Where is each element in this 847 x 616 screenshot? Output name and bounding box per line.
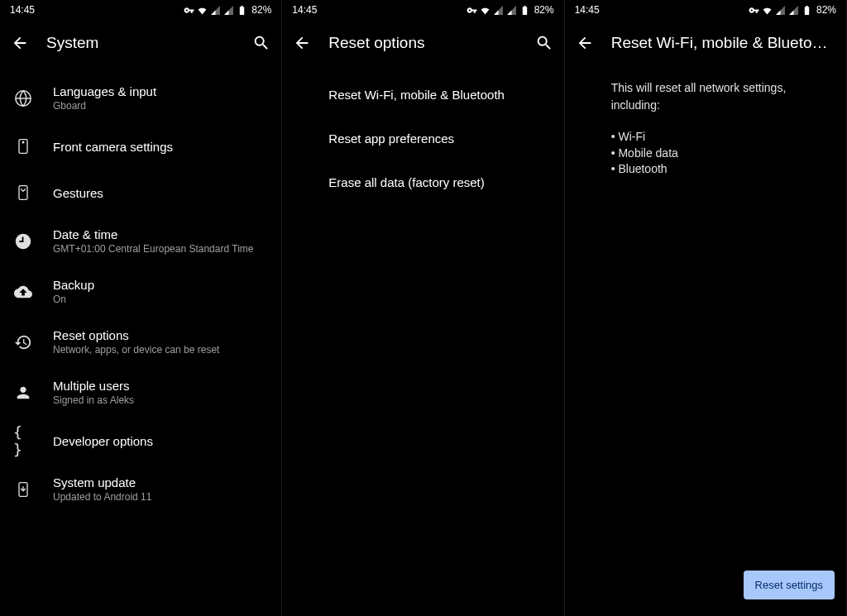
list-item-subtitle: Network, apps, or device can be reset bbox=[53, 344, 268, 356]
bullet-list: • Wi-Fi • Mobile data • Bluetooth bbox=[611, 129, 833, 178]
cloud-upload-icon bbox=[13, 282, 33, 302]
list-item-system-update[interactable]: System update Updated to Android 11 bbox=[0, 464, 281, 514]
restore-icon bbox=[13, 332, 33, 352]
list-item-reset-options[interactable]: Reset options Network, apps, or device c… bbox=[0, 317, 281, 367]
status-bar: 14:45 82% bbox=[0, 0, 281, 20]
signal1-icon bbox=[210, 5, 221, 16]
svg-point-3 bbox=[22, 141, 24, 143]
list-item-languages[interactable]: Languages & input Gboard bbox=[0, 73, 281, 123]
list-item-date-time[interactable]: Date & time GMT+01:00 Central European S… bbox=[0, 216, 281, 266]
globe-icon bbox=[13, 88, 33, 108]
back-button[interactable] bbox=[10, 33, 30, 53]
back-button[interactable] bbox=[292, 33, 312, 53]
list-item-title: Front camera settings bbox=[53, 140, 268, 154]
page-title: System bbox=[46, 34, 235, 52]
list-item-title: Multiple users bbox=[53, 379, 268, 393]
list-item-subtitle: Signed in as Aleks bbox=[53, 394, 268, 406]
list-item-subtitle: GMT+01:00 Central European Standard Time bbox=[53, 243, 268, 255]
reset-description: This will reset all network settings, in… bbox=[611, 79, 833, 114]
screen-reset-network: 14:45 82% Reset Wi-Fi, mobile & Blueto… … bbox=[565, 0, 847, 616]
status-bar: 14:45 82% bbox=[565, 0, 846, 20]
battery-icon bbox=[802, 5, 812, 16]
battery-icon bbox=[237, 5, 247, 16]
key-icon bbox=[467, 5, 477, 16]
signal2-icon bbox=[506, 5, 517, 16]
signal2-icon bbox=[788, 5, 799, 16]
list-item-subtitle: Gboard bbox=[53, 100, 268, 112]
list-item-title: Gestures bbox=[53, 186, 268, 200]
back-arrow-icon bbox=[293, 34, 311, 52]
wifi-icon bbox=[197, 5, 208, 16]
back-arrow-icon bbox=[11, 34, 29, 52]
bullet-item: • Wi-Fi bbox=[611, 129, 833, 146]
list-item-title: Reset options bbox=[53, 328, 268, 342]
list-item-title: Date & time bbox=[53, 227, 268, 241]
bullet-item: • Bluetooth bbox=[611, 161, 833, 178]
list-item-subtitle: On bbox=[53, 294, 268, 305]
wifi-icon bbox=[480, 5, 490, 16]
list-item-title: Developer options bbox=[53, 434, 268, 448]
system-update-icon bbox=[13, 480, 33, 499]
status-icons: 82% bbox=[749, 4, 836, 16]
battery-text: 82% bbox=[534, 4, 554, 16]
battery-icon bbox=[519, 5, 530, 16]
page-title: Reset Wi-Fi, mobile & Blueto… bbox=[611, 34, 836, 52]
app-bar: System bbox=[0, 20, 281, 66]
wifi-icon bbox=[762, 5, 773, 16]
page-title: Reset options bbox=[328, 34, 517, 52]
key-icon bbox=[749, 5, 759, 16]
reset-settings-button[interactable]: Reset settings bbox=[744, 571, 835, 599]
list-item-title: System update bbox=[53, 475, 268, 489]
code-braces-icon: { } bbox=[13, 431, 33, 451]
screen-system: 14:45 82% System Languages & input Gboar… bbox=[0, 0, 282, 616]
list-item-title: Languages & input bbox=[53, 84, 268, 98]
list-item-developer-options[interactable]: { } Developer options bbox=[0, 418, 281, 464]
battery-text: 82% bbox=[251, 4, 271, 16]
list-item-backup[interactable]: Backup On bbox=[0, 266, 281, 317]
app-bar: Reset Wi-Fi, mobile & Blueto… bbox=[565, 20, 846, 66]
person-icon bbox=[13, 383, 33, 403]
battery-text: 82% bbox=[816, 4, 836, 16]
search-button[interactable] bbox=[534, 33, 554, 53]
signal1-icon bbox=[493, 5, 504, 16]
clock-icon bbox=[13, 232, 33, 251]
reset-list: Reset Wi-Fi, mobile & Bluetooth Reset ap… bbox=[282, 66, 563, 204]
svg-rect-4 bbox=[19, 186, 27, 200]
status-time: 14:45 bbox=[292, 4, 317, 16]
phone-front-icon bbox=[13, 136, 33, 156]
signal1-icon bbox=[775, 5, 786, 16]
status-icons: 82% bbox=[184, 4, 271, 16]
list-item-front-camera[interactable]: Front camera settings bbox=[0, 123, 281, 170]
back-arrow-icon bbox=[576, 34, 594, 52]
screen-reset-options: 14:45 82% Reset options Reset Wi-Fi, mob… bbox=[282, 0, 564, 616]
key-icon bbox=[184, 5, 194, 16]
list-item-multiple-users[interactable]: Multiple users Signed in as Aleks bbox=[0, 367, 281, 418]
search-icon bbox=[252, 34, 270, 52]
list-item-gestures[interactable]: Gestures bbox=[0, 170, 281, 216]
list-item-reset-app-prefs[interactable]: Reset app preferences bbox=[282, 117, 563, 160]
search-icon bbox=[535, 34, 553, 52]
status-time: 14:45 bbox=[575, 4, 600, 16]
list-item-subtitle: Updated to Android 11 bbox=[53, 491, 268, 503]
detail-content: This will reset all network settings, in… bbox=[565, 66, 846, 191]
signal2-icon bbox=[223, 5, 234, 16]
gesture-icon bbox=[13, 183, 33, 203]
app-bar: Reset options bbox=[282, 20, 563, 66]
status-time: 14:45 bbox=[10, 4, 35, 16]
list-item-factory-reset[interactable]: Erase all data (factory reset) bbox=[282, 160, 563, 204]
search-button[interactable] bbox=[251, 33, 271, 53]
list-item-title: Backup bbox=[53, 278, 268, 292]
back-button[interactable] bbox=[575, 33, 595, 53]
status-icons: 82% bbox=[467, 4, 554, 16]
list-item-reset-network[interactable]: Reset Wi-Fi, mobile & Bluetooth bbox=[282, 73, 563, 117]
bullet-item: • Mobile data bbox=[611, 146, 833, 162]
settings-list: Languages & input Gboard Front camera se… bbox=[0, 66, 281, 514]
status-bar: 14:45 82% bbox=[282, 0, 563, 20]
